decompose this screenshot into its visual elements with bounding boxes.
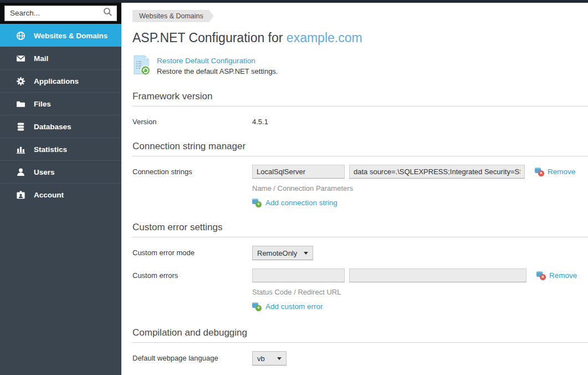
- restore-config-icon: [132, 55, 151, 76]
- custom-error-mode-label: Custom error mode: [132, 246, 252, 257]
- bar-chart-icon: [16, 145, 25, 154]
- section-divider: [132, 156, 588, 156]
- id-badge-icon: [16, 190, 25, 200]
- section-custom-error-settings: Custom error settings: [132, 222, 588, 233]
- sidebar-item-applications[interactable]: Applications: [0, 69, 121, 92]
- gear-icon: [16, 77, 25, 86]
- folder-icon: [16, 99, 25, 109]
- remove-icon: ×: [536, 271, 546, 280]
- remove-connection-string-link[interactable]: × Remove: [535, 165, 575, 176]
- breadcrumb[interactable]: Websites & Domains: [132, 10, 209, 22]
- sidebar-item-label: Mail: [34, 54, 48, 63]
- sidebar: Websites & Domains Mail Applications Fil…: [0, 0, 121, 375]
- custom-errors-label: Custom errors: [132, 268, 252, 280]
- remove-icon: ×: [535, 168, 544, 176]
- version-row: Version 4.5.1: [132, 115, 588, 126]
- database-icon: [16, 122, 25, 131]
- sidebar-item-label: Databases: [34, 123, 71, 131]
- version-value: 4.5.1: [252, 115, 268, 126]
- sidebar-item-mail[interactable]: Mail: [0, 47, 121, 69]
- restore-tool-texts: Restore Default Configuration Restore th…: [157, 55, 278, 76]
- section-divider: [132, 342, 588, 343]
- add-icon: +: [252, 199, 262, 207]
- section-framework-version: Framework version: [132, 91, 588, 102]
- breadcrumb-label: Websites & Domains: [139, 12, 203, 20]
- section-connection-string-manager: Connection string manager: [132, 141, 588, 152]
- search-input[interactable]: [4, 6, 117, 21]
- caret-down-icon: [304, 252, 308, 255]
- page-title-domain: example.com: [287, 31, 362, 45]
- sidebar-item-label: Files: [34, 100, 51, 108]
- add-icon: +: [252, 302, 262, 311]
- section-compilation-debugging: Compilation and debugging: [132, 327, 588, 338]
- page-title-prefix: ASP.NET Configuration for: [132, 31, 287, 45]
- envelope-icon: [16, 54, 25, 63]
- search-icon: [103, 7, 113, 17]
- sidebar-item-files[interactable]: Files: [0, 92, 121, 115]
- add-connection-string-row: + Add connection string: [252, 199, 588, 207]
- remove-custom-error-link[interactable]: × Remove: [536, 268, 577, 280]
- sidebar-search-area: [0, 0, 121, 24]
- default-webpage-language-select[interactable]: vb: [252, 351, 287, 366]
- caret-down-icon: [277, 357, 282, 360]
- version-label: Version: [132, 115, 252, 126]
- main-content: Websites & Domains ASP.NET Configuration…: [121, 3, 588, 375]
- page-title: ASP.NET Configuration for example.com: [132, 31, 588, 45]
- custom-error-mode-value: RemoteOnly: [257, 249, 297, 257]
- add-custom-error-link[interactable]: Add custom error: [265, 302, 323, 311]
- connection-strings-row: Connection strings × Remove: [132, 165, 588, 179]
- custom-errors-caption: Status Code / Redirect URL: [252, 288, 588, 296]
- sidebar-item-statistics[interactable]: Statistics: [0, 138, 121, 160]
- sidebar-item-websites-domains[interactable]: Websites & Domains: [0, 24, 121, 47]
- user-icon: [16, 168, 25, 177]
- sidebar-item-label: Applications: [34, 77, 79, 85]
- default-webpage-language-label: Default webpage language: [132, 351, 252, 362]
- connection-string-params-input[interactable]: [349, 165, 525, 179]
- sidebar-item-label: Users: [34, 168, 55, 176]
- custom-error-status-code-input[interactable]: [252, 268, 345, 282]
- section-divider: [132, 237, 588, 237]
- globe-icon: [16, 31, 25, 40]
- connection-strings-label: Connection strings: [132, 165, 252, 176]
- connection-string-name-input[interactable]: [252, 165, 345, 179]
- remove-link-label: Remove: [549, 271, 577, 280]
- sidebar-item-label: Account: [34, 191, 64, 199]
- custom-error-redirect-url-input[interactable]: [349, 268, 526, 282]
- sidebar-item-label: Websites & Domains: [34, 32, 108, 40]
- restore-default-tool: Restore Default Configuration Restore th…: [132, 55, 588, 76]
- connection-strings-caption: Name / Connection Parameters: [252, 184, 588, 192]
- remove-link-label: Remove: [548, 168, 575, 176]
- sidebar-item-databases[interactable]: Databases: [0, 115, 121, 138]
- custom-error-mode-row: Custom error mode RemoteOnly: [132, 246, 588, 260]
- sidebar-item-users[interactable]: Users: [0, 160, 121, 183]
- custom-error-mode-select[interactable]: RemoteOnly: [252, 246, 313, 260]
- top-bar: [0, 0, 588, 3]
- add-custom-error-row: + Add custom error: [252, 302, 588, 311]
- sidebar-item-account[interactable]: Account: [0, 183, 121, 206]
- sidebar-item-label: Statistics: [34, 145, 67, 154]
- custom-errors-row: Custom errors × Remove: [132, 268, 588, 282]
- section-divider: [132, 106, 588, 107]
- default-webpage-language-row: Default webpage language vb: [132, 351, 588, 366]
- restore-tool-description: Restore the default ASP.NET settings.: [157, 67, 278, 75]
- restore-default-configuration-link[interactable]: Restore Default Configuration: [157, 57, 255, 65]
- add-connection-string-link[interactable]: Add connection string: [265, 199, 338, 207]
- default-webpage-language-value: vb: [257, 354, 265, 363]
